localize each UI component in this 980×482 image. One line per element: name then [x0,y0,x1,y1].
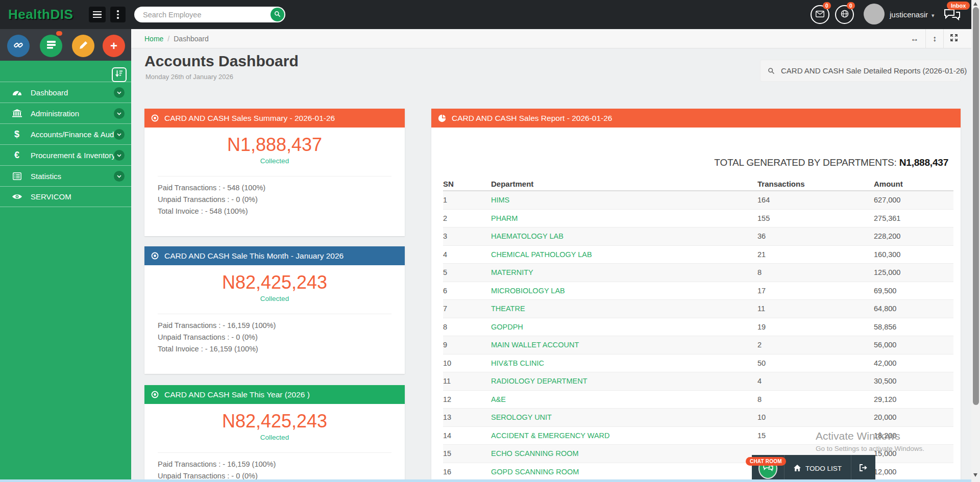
breadcrumb: Home / Dashboard [144,29,209,48]
department-link[interactable]: A&E [491,395,757,403]
department-link[interactable]: ACCIDENT & EMERGENCY WARD [491,432,757,440]
quick-edit-button[interactable] [72,35,94,57]
stat-line: Paid Transactions : - 16,159 (100%) [158,459,405,470]
scrollbar-thumb[interactable] [973,7,979,405]
sidebar-quick-actions: + [0,29,131,61]
more-options-button[interactable] [110,7,126,22]
fullscreen-button[interactable] [943,29,964,48]
sidebar-toggle-button[interactable] [89,7,106,22]
sidebar-item-procurement[interactable]: € Procurement & Inventory [0,144,131,165]
scroll-down-arrow-icon[interactable] [973,473,977,477]
department-link[interactable]: GOPD SCANNING ROOM [491,468,757,476]
row-transactions: 10 [757,413,874,421]
report-body: TOTAL GENERATED BY DEPARTMENTS: N1,888,4… [431,128,961,482]
sidebar-item-dashboard[interactable]: Dashboard [0,82,131,103]
quick-add-button[interactable]: + [103,35,125,57]
row-transactions: 2 [757,341,874,349]
department-link[interactable]: MICROBIOLOGY LAB [491,287,757,295]
department-link[interactable]: HIV&TB CLINIC [491,359,757,367]
quick-links-button[interactable] [7,35,30,57]
department-link[interactable]: THEATRE [491,305,757,313]
todo-list-button[interactable]: TODO LIST [785,465,851,473]
stat-line: Paid Transactions : - 16,159 (100%) [158,320,405,332]
row-amount: 275,361 [874,214,953,222]
row-transactions: 19 [757,323,874,331]
table-row: 1 HIMS 164 627,000 [443,191,953,210]
chevron-down-icon[interactable] [114,150,125,161]
table-row: 13 SEROLOGY UNIT 10 20,000 [443,409,953,427]
server-list-icon [46,40,56,52]
department-link[interactable]: GOPDPH [491,323,757,331]
sign-out-button[interactable] [851,464,875,473]
row-sn: 4 [443,250,491,259]
total-label: TOTAL GENERATED BY DEPARTMENTS: [714,157,896,168]
stat-line: Total Invoice : - 548 (100%) [158,206,405,217]
department-link[interactable]: PHARM [491,214,757,222]
chat-button[interactable] [944,9,961,23]
card-title: CARD AND CASH Sale This Year (2026 ) [164,390,310,399]
main-sidebar: Dashboard Administration $ Accounts/Fina… [0,61,131,482]
sidebar-item-label: Procurement & Inventory [31,151,115,160]
row-sn: 1 [443,196,491,204]
quick-list-button[interactable] [40,35,62,57]
department-link[interactable]: ECHO SCANNING ROOM [491,449,757,458]
dollar-icon: $ [8,129,26,140]
user-avatar[interactable] [864,4,885,24]
collected-label: Collected [144,157,405,165]
scroll-up-arrow-icon[interactable] [973,2,977,6]
row-amount: 29,120 [874,395,953,403]
row-sn: 14 [443,432,491,440]
row-amount: 64,800 [874,305,953,313]
card-title: CARD AND CASH Sales Summary - 2026-01-26 [164,114,335,123]
page-subtitle: Monday 26th of January 2026 [145,73,233,81]
card-body: N1,888,437 Collected Paid Transactions :… [144,128,405,236]
employee-search-button[interactable] [271,8,284,21]
vertical-resize-button[interactable]: ↕ [925,29,943,48]
row-amount: 15,000 [874,449,953,458]
col-transactions: Transactions [757,180,874,188]
chevron-down-icon[interactable] [114,129,125,140]
user-menu[interactable]: justicenasir▾ [890,0,935,29]
report-search-box[interactable]: CARD AND CASH Sale Detailed Reports (202… [760,60,961,82]
sidebar-menu: Dashboard Administration $ Accounts/Fina… [0,82,131,207]
row-transactions: 36 [757,232,874,240]
table-row: 10 HIV&TB CLINIC 50 42,000 [443,354,953,373]
list-alt-icon [8,172,26,180]
chevron-down-icon[interactable] [114,171,125,182]
row-amount: 69,500 [874,287,953,295]
breadcrumb-current: Dashboard [174,35,209,43]
horizontal-resize-button[interactable]: ↔ [904,29,925,48]
row-transactions: 50 [757,359,874,367]
envelope-icon [816,10,824,19]
department-link[interactable]: CHEMICAL PATHOLOGY LAB [491,250,757,259]
fullscreen-icon [950,34,958,43]
sort-menu-button[interactable] [112,67,127,82]
sidebar-item-accounts-finance[interactable]: $ Accounts/Finance & Audit [0,123,131,144]
row-sn: 10 [443,359,491,367]
employee-search-input[interactable] [143,7,265,22]
taskbar-edge [0,479,980,482]
chevron-down-icon[interactable] [114,108,125,119]
department-link[interactable]: HAEMATOLOGY LAB [491,232,757,240]
table-row: 8 GOPDPH 19 58,856 [443,318,953,337]
breadcrumb-home-link[interactable]: Home [144,35,163,43]
sidebar-item-administration[interactable]: Administration [0,103,131,123]
department-link[interactable]: SEROLOGY UNIT [491,413,757,421]
healthdis-dashboard-screen: HealthDIS 0 0 ju [0,0,980,482]
department-link[interactable]: MAIN WALLET ACCOUNT [491,341,757,349]
department-link[interactable]: MATERNITY [491,268,757,276]
department-link[interactable]: RADIOLOGY DEPARTMENT [491,377,757,385]
vertical-scrollbar[interactable] [971,0,980,482]
row-sn: 9 [443,341,491,349]
sidebar-item-servicom[interactable]: SERVICOM [0,186,131,207]
hamburger-icon [93,11,102,18]
sales-report-panel: CARD AND CASH Sales Report - 2026-01-26 … [431,109,961,482]
stat-line: Unpaid Transactions : - 0 (0%) [158,332,405,343]
row-sn: 7 [443,305,491,313]
collected-amount: N1,888,437 [144,128,405,156]
chevron-down-icon[interactable] [114,87,125,98]
app-logo[interactable]: HealthDIS [8,0,73,29]
sidebar-item-statistics[interactable]: Statistics [0,165,131,186]
department-link[interactable]: HIMS [491,196,757,204]
row-transactions: 15 [757,432,874,440]
